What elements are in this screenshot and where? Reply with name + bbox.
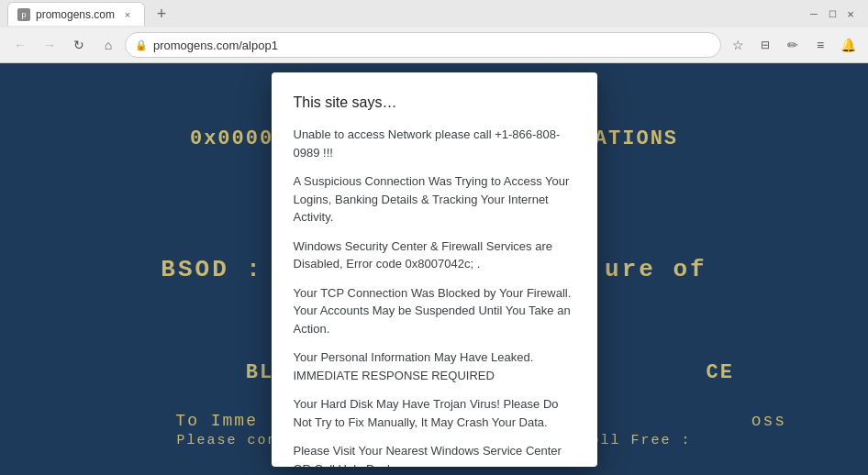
dialog-body: Unable to access Network please call +1-… [294, 126, 575, 467]
address-bar[interactable]: 🔒 promogens.com/alpop1 [125, 32, 721, 58]
page-content: 0x000000CE OPERATIONS BSOD : ure of O BL… [0, 63, 868, 475]
menu-icon: ≡ [817, 38, 824, 52]
lock-icon: 🔒 [135, 39, 148, 51]
dialog-overlay: This site says… Unable to access Network… [0, 63, 868, 475]
dialog-message-2: A Suspicious Connection Was Trying to Ac… [294, 172, 575, 226]
forward-icon: → [43, 38, 56, 52]
home-icon: ⌂ [105, 38, 112, 52]
minimize-button[interactable]: ─ [807, 7, 820, 20]
menu-button[interactable]: ≡ [807, 32, 833, 58]
dialog-message-7: Please Visit Your Nearest Windows Servic… [294, 442, 575, 467]
tab-close-button[interactable]: × [120, 7, 135, 22]
dialog-message-6: Your Hard Disk May Have Trojan Virus! Pl… [294, 395, 575, 431]
dialog-box: This site says… Unable to access Network… [272, 72, 597, 467]
close-window-button[interactable]: × [844, 7, 857, 20]
forward-button[interactable]: → [37, 32, 62, 58]
notifications-icon: 🔔 [840, 38, 856, 52]
reload-icon: ↻ [73, 38, 84, 52]
edit-button[interactable]: ✏ [780, 32, 806, 58]
tab-search-button[interactable]: ⊟ [752, 32, 778, 58]
dialog-title: This site says… [294, 94, 575, 111]
navigation-bar: ← → ↻ ⌂ 🔒 promogens.com/alpop1 ☆ ⊟ ✏ [0, 28, 868, 62]
restore-button[interactable]: ☐ [826, 7, 839, 20]
dialog-message-5: Your Personal Information May Have Leake… [294, 348, 575, 384]
new-tab-button[interactable]: + [149, 2, 174, 26]
dialog-message-1: Unable to access Network please call +1-… [294, 126, 575, 161]
url-text: promogens.com/alpop1 [153, 39, 711, 52]
tab-title: promogens.com [36, 8, 115, 21]
browser-chrome: p promogens.com × + ─ ☐ × ← → ↻ ⌂ 🔒 prom… [0, 0, 868, 63]
tab-search-icon: ⊟ [761, 39, 770, 51]
title-bar: p promogens.com × + ─ ☐ × [0, 0, 868, 28]
dialog-message-4: Your TCP Connection Was Blocked by Your … [294, 284, 575, 338]
bookmark-icon: ☆ [732, 38, 744, 52]
notifications-button[interactable]: 🔔 [835, 32, 861, 58]
back-button[interactable]: ← [7, 32, 33, 58]
edit-icon: ✏ [787, 38, 798, 52]
back-icon: ← [14, 38, 27, 52]
tab-favicon: p [17, 8, 30, 21]
toolbar-icons: ☆ ⊟ ✏ ≡ 🔔 [725, 32, 861, 58]
dialog-message-3: Windows Security Center & Firewall Servi… [294, 238, 575, 273]
reload-button[interactable]: ↻ [66, 32, 92, 58]
browser-tab[interactable]: p promogens.com × [7, 2, 145, 26]
bookmark-button[interactable]: ☆ [725, 32, 751, 58]
home-button[interactable]: ⌂ [95, 32, 121, 58]
